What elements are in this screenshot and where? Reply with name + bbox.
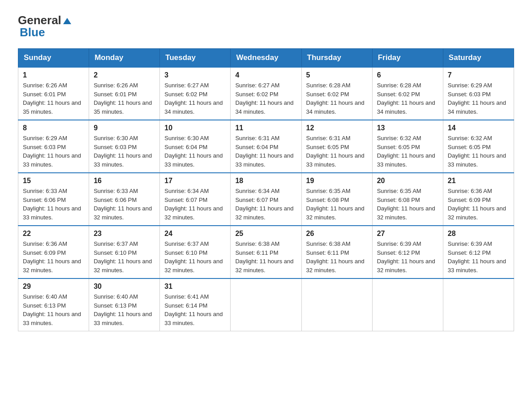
day-number: 17	[164, 177, 226, 185]
day-info: Sunrise: 6:34 AMSunset: 6:07 PMDaylight:…	[164, 187, 226, 222]
day-info: Sunrise: 6:28 AMSunset: 6:02 PMDaylight:…	[306, 81, 368, 116]
calendar-cell: 15Sunrise: 6:33 AMSunset: 6:06 PMDayligh…	[18, 173, 89, 226]
day-info: Sunrise: 6:30 AMSunset: 6:04 PMDaylight:…	[164, 134, 226, 169]
day-number: 6	[377, 71, 438, 79]
day-info: Sunrise: 6:38 AMSunset: 6:11 PMDaylight:…	[235, 240, 296, 274]
day-info: Sunrise: 6:32 AMSunset: 6:05 PMDaylight:…	[448, 134, 509, 169]
col-header-sunday: Sunday	[18, 49, 89, 68]
day-number: 27	[377, 230, 438, 238]
day-number: 16	[94, 177, 155, 185]
day-number: 11	[235, 124, 296, 132]
calendar-table: SundayMondayTuesdayWednesdayThursdayFrid…	[18, 48, 514, 331]
day-number: 22	[23, 230, 84, 238]
calendar-cell	[372, 278, 443, 331]
day-number: 8	[23, 124, 84, 132]
calendar-cell: 16Sunrise: 6:33 AMSunset: 6:06 PMDayligh…	[89, 173, 160, 226]
calendar-cell: 8Sunrise: 6:29 AMSunset: 6:03 PMDaylight…	[18, 120, 89, 173]
logo: General Blue	[18, 13, 72, 39]
day-number: 25	[235, 230, 296, 238]
calendar-cell: 21Sunrise: 6:36 AMSunset: 6:09 PMDayligh…	[443, 173, 514, 226]
day-number: 5	[306, 71, 368, 79]
calendar-cell: 22Sunrise: 6:36 AMSunset: 6:09 PMDayligh…	[18, 226, 89, 278]
day-info: Sunrise: 6:29 AMSunset: 6:03 PMDaylight:…	[23, 134, 84, 169]
calendar-cell	[443, 278, 514, 331]
calendar-header-row: SundayMondayTuesdayWednesdayThursdayFrid…	[18, 49, 514, 68]
day-info: Sunrise: 6:28 AMSunset: 6:02 PMDaylight:…	[377, 81, 438, 116]
week-row-3: 15Sunrise: 6:33 AMSunset: 6:06 PMDayligh…	[18, 173, 514, 226]
week-row-5: 29Sunrise: 6:40 AMSunset: 6:13 PMDayligh…	[18, 278, 514, 331]
calendar-cell: 11Sunrise: 6:31 AMSunset: 6:04 PMDayligh…	[231, 120, 301, 173]
calendar-cell: 23Sunrise: 6:37 AMSunset: 6:10 PMDayligh…	[89, 226, 160, 278]
day-info: Sunrise: 6:39 AMSunset: 6:12 PMDaylight:…	[448, 240, 509, 274]
day-number: 20	[377, 177, 438, 185]
logo-triangle-icon	[62, 16, 72, 26]
day-info: Sunrise: 6:39 AMSunset: 6:12 PMDaylight:…	[377, 240, 438, 274]
day-number: 31	[164, 283, 226, 291]
day-info: Sunrise: 6:38 AMSunset: 6:11 PMDaylight:…	[306, 240, 368, 274]
day-number: 19	[306, 177, 368, 185]
day-number: 4	[235, 71, 296, 79]
calendar-cell: 24Sunrise: 6:37 AMSunset: 6:10 PMDayligh…	[160, 226, 231, 278]
day-info: Sunrise: 6:29 AMSunset: 6:03 PMDaylight:…	[448, 81, 509, 116]
col-header-thursday: Thursday	[301, 49, 372, 68]
calendar-cell: 9Sunrise: 6:30 AMSunset: 6:03 PMDaylight…	[89, 120, 160, 173]
week-row-2: 8Sunrise: 6:29 AMSunset: 6:03 PMDaylight…	[18, 120, 514, 173]
col-header-monday: Monday	[89, 49, 160, 68]
col-header-tuesday: Tuesday	[160, 49, 231, 68]
day-info: Sunrise: 6:36 AMSunset: 6:09 PMDaylight:…	[23, 240, 84, 274]
day-number: 28	[448, 230, 509, 238]
calendar-cell: 10Sunrise: 6:30 AMSunset: 6:04 PMDayligh…	[160, 120, 231, 173]
col-header-friday: Friday	[372, 49, 443, 68]
day-number: 21	[448, 177, 509, 185]
calendar-cell: 1Sunrise: 6:26 AMSunset: 6:01 PMDaylight…	[18, 67, 89, 120]
calendar-cell: 14Sunrise: 6:32 AMSunset: 6:05 PMDayligh…	[443, 120, 514, 173]
calendar-cell	[301, 278, 372, 331]
calendar-cell: 27Sunrise: 6:39 AMSunset: 6:12 PMDayligh…	[372, 226, 443, 278]
day-info: Sunrise: 6:34 AMSunset: 6:07 PMDaylight:…	[235, 187, 296, 222]
day-number: 15	[23, 177, 84, 185]
day-number: 2	[94, 71, 155, 79]
day-number: 12	[306, 124, 368, 132]
day-info: Sunrise: 6:26 AMSunset: 6:01 PMDaylight:…	[23, 81, 84, 116]
calendar-cell: 20Sunrise: 6:35 AMSunset: 6:08 PMDayligh…	[372, 173, 443, 226]
day-info: Sunrise: 6:32 AMSunset: 6:05 PMDaylight:…	[377, 134, 438, 169]
day-number: 14	[448, 124, 509, 132]
day-number: 9	[94, 124, 155, 132]
day-number: 3	[164, 71, 226, 79]
day-number: 24	[164, 230, 226, 238]
day-info: Sunrise: 6:27 AMSunset: 6:02 PMDaylight:…	[164, 81, 226, 116]
page-header: General Blue	[18, 13, 514, 39]
day-number: 30	[94, 283, 155, 291]
calendar-cell	[231, 278, 301, 331]
calendar-cell: 18Sunrise: 6:34 AMSunset: 6:07 PMDayligh…	[231, 173, 301, 226]
calendar-cell: 5Sunrise: 6:28 AMSunset: 6:02 PMDaylight…	[301, 67, 372, 120]
day-info: Sunrise: 6:33 AMSunset: 6:06 PMDaylight:…	[23, 187, 84, 222]
day-number: 18	[235, 177, 296, 185]
col-header-saturday: Saturday	[443, 49, 514, 68]
day-info: Sunrise: 6:40 AMSunset: 6:13 PMDaylight:…	[23, 292, 84, 327]
day-number: 1	[23, 71, 84, 79]
calendar-cell: 6Sunrise: 6:28 AMSunset: 6:02 PMDaylight…	[372, 67, 443, 120]
day-number: 10	[164, 124, 226, 132]
day-info: Sunrise: 6:41 AMSunset: 6:14 PMDaylight:…	[164, 292, 226, 327]
day-info: Sunrise: 6:27 AMSunset: 6:02 PMDaylight:…	[235, 81, 296, 116]
day-info: Sunrise: 6:40 AMSunset: 6:13 PMDaylight:…	[94, 292, 155, 327]
calendar-cell: 31Sunrise: 6:41 AMSunset: 6:14 PMDayligh…	[160, 278, 231, 331]
day-info: Sunrise: 6:26 AMSunset: 6:01 PMDaylight:…	[94, 81, 155, 116]
calendar-cell: 30Sunrise: 6:40 AMSunset: 6:13 PMDayligh…	[89, 278, 160, 331]
day-info: Sunrise: 6:35 AMSunset: 6:08 PMDaylight:…	[377, 187, 438, 222]
week-row-1: 1Sunrise: 6:26 AMSunset: 6:01 PMDaylight…	[18, 67, 514, 120]
calendar-cell: 26Sunrise: 6:38 AMSunset: 6:11 PMDayligh…	[301, 226, 372, 278]
calendar-cell: 2Sunrise: 6:26 AMSunset: 6:01 PMDaylight…	[89, 67, 160, 120]
calendar-cell: 4Sunrise: 6:27 AMSunset: 6:02 PMDaylight…	[231, 67, 301, 120]
day-info: Sunrise: 6:36 AMSunset: 6:09 PMDaylight:…	[448, 187, 509, 222]
day-info: Sunrise: 6:37 AMSunset: 6:10 PMDaylight:…	[164, 240, 226, 274]
calendar-cell: 19Sunrise: 6:35 AMSunset: 6:08 PMDayligh…	[301, 173, 372, 226]
day-info: Sunrise: 6:31 AMSunset: 6:04 PMDaylight:…	[235, 134, 296, 169]
calendar-cell: 3Sunrise: 6:27 AMSunset: 6:02 PMDaylight…	[160, 67, 231, 120]
calendar-cell: 28Sunrise: 6:39 AMSunset: 6:12 PMDayligh…	[443, 226, 514, 278]
day-info: Sunrise: 6:37 AMSunset: 6:10 PMDaylight:…	[94, 240, 155, 274]
svg-marker-0	[63, 18, 71, 24]
calendar-cell: 17Sunrise: 6:34 AMSunset: 6:07 PMDayligh…	[160, 173, 231, 226]
day-info: Sunrise: 6:30 AMSunset: 6:03 PMDaylight:…	[94, 134, 155, 169]
